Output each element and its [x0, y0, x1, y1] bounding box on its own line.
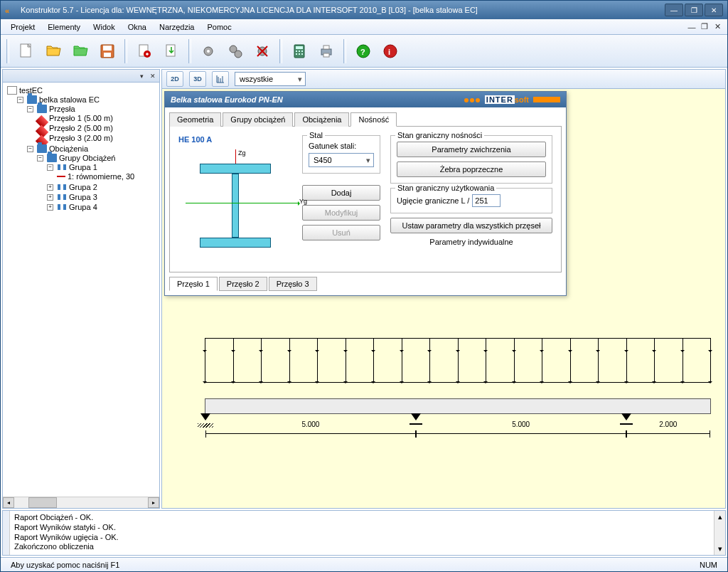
- set-all-spans-button[interactable]: Ustaw parametry dla wszystkich przęseł: [390, 218, 552, 233]
- svg-rect-15: [296, 51, 297, 52]
- mdi-close-button[interactable]: ✕: [712, 22, 723, 32]
- tree-span-2[interactable]: Przęsło 2 (5.00 m): [49, 124, 113, 132]
- load-group-icon: [57, 203, 67, 211]
- menu-elementy[interactable]: Elementy: [42, 21, 86, 33]
- save-button[interactable]: [96, 40, 119, 63]
- expand-icon[interactable]: −: [17, 97, 23, 103]
- expand-icon[interactable]: +: [47, 184, 53, 191]
- individual-params-label: Parametry indywidualne: [390, 238, 552, 246]
- beam-properties-dialog: Belka stalowa Eurokod PN-EN INTERsoft Ge…: [164, 91, 567, 296]
- expand-icon[interactable]: −: [37, 155, 43, 161]
- expand-icon[interactable]: −: [47, 164, 53, 171]
- menu-okna[interactable]: Okna: [122, 21, 152, 33]
- status-num: NUM: [695, 561, 722, 569]
- tree-spans-folder[interactable]: Przęsła: [49, 105, 75, 113]
- sls-fieldset: Stan graniczny użytkowania Ugięcie grani…: [390, 188, 552, 213]
- tree-loads-folder[interactable]: Obciążenia: [49, 144, 88, 153]
- svg-rect-20: [301, 53, 303, 55]
- tab-nosnosc[interactable]: Nośność: [350, 112, 397, 127]
- close-button[interactable]: ✕: [705, 4, 723, 16]
- tree-group1-item[interactable]: 1: równomierne, 30: [68, 172, 134, 181]
- steel-grade-label: Gatunek stali:: [309, 142, 374, 150]
- load-icon: [57, 176, 65, 177]
- log-vscroll[interactable]: ▴▾: [714, 511, 725, 555]
- tree-span-1[interactable]: Przęsło 1 (5.00 m): [49, 114, 113, 122]
- output-log[interactable]: Raport Obciążeń - OK. Raport Wyników sta…: [10, 511, 714, 555]
- app-icon: «: [5, 4, 16, 16]
- svg-text:i: i: [388, 48, 390, 56]
- import-button[interactable]: [160, 40, 183, 63]
- project-tree[interactable]: testEC −belka stalowa EC −Przęsła Przęsł…: [3, 83, 159, 497]
- sub-tab-1[interactable]: Przęsło 1: [169, 277, 218, 291]
- expand-icon[interactable]: −: [27, 106, 33, 112]
- svg-rect-14: [296, 46, 303, 49]
- info-button[interactable]: i: [379, 40, 402, 63]
- help-button[interactable]: ?: [352, 40, 375, 63]
- modify-button[interactable]: Modyfikuj: [302, 205, 380, 221]
- view-loads-button[interactable]: [212, 71, 229, 87]
- print-button[interactable]: [315, 40, 338, 63]
- tree-groups-folder[interactable]: Grupy Obciążeń: [59, 154, 115, 162]
- view-2d-button[interactable]: 2D: [166, 71, 183, 87]
- expand-icon[interactable]: +: [47, 194, 53, 201]
- filter-select[interactable]: wszystkie: [235, 72, 306, 86]
- gear-delete-button[interactable]: [251, 40, 274, 63]
- gear2-button[interactable]: [224, 40, 247, 63]
- tree-group-2[interactable]: Grupa 2: [69, 183, 97, 191]
- buckling-params-button[interactable]: Parametry zwichrzenia: [397, 142, 546, 157]
- open-button[interactable]: [42, 40, 65, 63]
- app-window: « Konstruktor 5.7 - Licencja dla: WEWNĘT…: [0, 0, 728, 572]
- folder-icon: [47, 154, 57, 162]
- deflection-input[interactable]: [472, 194, 500, 207]
- sub-tab-2[interactable]: Przęsło 2: [219, 277, 267, 291]
- tree-hscroll[interactable]: ◂▸: [3, 497, 159, 508]
- tree-close-button[interactable]: ✕: [148, 71, 158, 81]
- calculator-button[interactable]: [288, 40, 311, 63]
- support-fixed-icon: [200, 413, 211, 423]
- add-button[interactable]: Dodaj: [302, 185, 380, 201]
- menu-projekt[interactable]: Projekt: [5, 21, 41, 33]
- uls-fieldset: Stan graniczny nośności Parametry zwichr…: [390, 135, 552, 184]
- expand-icon[interactable]: +: [47, 204, 53, 211]
- tree-group-4[interactable]: Grupa 4: [69, 203, 97, 211]
- tree-module[interactable]: belka stalowa EC: [39, 95, 100, 104]
- maximize-button[interactable]: ❐: [685, 4, 703, 16]
- tab-geometria[interactable]: Geometria: [169, 112, 221, 127]
- folder-icon: [27, 95, 37, 104]
- tab-grupy[interactable]: Grupy obciążeń: [223, 112, 293, 127]
- menu-widok[interactable]: Widok: [87, 21, 121, 33]
- gear1-button[interactable]: [197, 40, 220, 63]
- new-button[interactable]: [15, 40, 38, 63]
- menu-narzedzia[interactable]: Narzędzia: [154, 21, 200, 33]
- svg-point-9: [207, 50, 210, 53]
- tree-span-3[interactable]: Przęsło 3 (2.00 m): [49, 134, 113, 142]
- menu-pomoc[interactable]: Pomoc: [202, 21, 237, 33]
- expand-icon[interactable]: −: [27, 146, 33, 152]
- tab-obciazenia[interactable]: Obciążenia: [294, 112, 349, 127]
- window-title: Konstruktor 5.7 - Licencja dla: WEWNĘTRZ…: [21, 6, 665, 14]
- mdi-restore-button[interactable]: ❐: [699, 22, 710, 32]
- log-line: Raport Wyników ugięcia - OK.: [14, 533, 710, 543]
- delete-button[interactable]: Usuń: [302, 225, 380, 240]
- tree-group-3[interactable]: Grupa 3: [69, 193, 97, 201]
- svg-rect-22: [323, 46, 329, 49]
- log-grip[interactable]: [3, 511, 10, 555]
- steel-grade-select[interactable]: S450: [309, 153, 374, 167]
- minimize-button[interactable]: —: [665, 4, 683, 16]
- dialog-title: Belka stalowa Eurokod PN-EN: [171, 95, 283, 104]
- svg-text:?: ?: [360, 48, 365, 56]
- tree-pin-button[interactable]: ▾: [136, 71, 146, 81]
- open-green-button[interactable]: [69, 40, 92, 63]
- status-hint: Aby uzyskać pomoc naciśnij F1: [6, 561, 124, 569]
- log-line: Zakończono obliczenia: [14, 542, 710, 552]
- doc-icon: [7, 86, 17, 95]
- svg-rect-3: [103, 46, 112, 51]
- sub-tab-3[interactable]: Przęsło 3: [269, 277, 317, 291]
- drawing-canvas[interactable]: Belka stalowa Eurokod PN-EN INTERsoft Ge…: [161, 89, 726, 509]
- dialog-tabs: Geometria Grupy obciążeń Obciążenia Nośn…: [169, 112, 562, 127]
- ribs-button[interactable]: Żebra poprzeczne: [397, 161, 546, 177]
- view-3d-button[interactable]: 3D: [189, 71, 206, 87]
- mdi-minimize-button[interactable]: —: [686, 22, 697, 32]
- add-element-button[interactable]: [133, 40, 156, 63]
- tree-group-1[interactable]: Grupa 1: [69, 163, 97, 171]
